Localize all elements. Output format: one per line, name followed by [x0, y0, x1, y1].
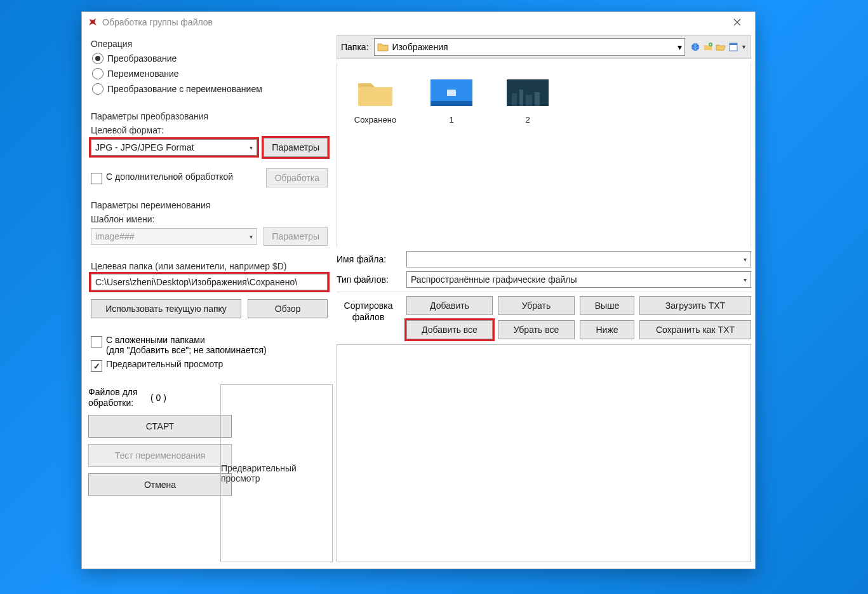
template-label: Шаблон имени:: [91, 214, 328, 224]
folder-bar: Папка: Изображения ▾ ▼: [337, 35, 751, 59]
files-count: ( 0 ): [150, 393, 166, 403]
target-format-label: Целевой формат:: [91, 125, 328, 135]
filename-label: Имя файла:: [337, 254, 400, 264]
image-thumbnail-icon: [429, 76, 474, 110]
chevron-down-icon: ▾: [250, 144, 253, 151]
svg-rect-5: [431, 101, 472, 106]
save-txt-button[interactable]: Сохранить как TXT: [639, 320, 751, 339]
options-group: С вложенными папками (для "Добавить все"…: [86, 327, 333, 382]
chevron-down-icon[interactable]: ▼: [741, 44, 747, 50]
file-item-folder[interactable]: Сохранено: [350, 76, 401, 125]
chevron-down-icon: ▾: [250, 233, 253, 240]
start-button[interactable]: СТАРТ: [88, 415, 232, 438]
format-params-button[interactable]: Параметры: [264, 138, 328, 157]
folder-select[interactable]: Изображения ▾: [374, 38, 686, 56]
radio-icon: [92, 53, 103, 64]
target-folder-input[interactable]: C:\Users\zheni\Desktop\Изображения\Сохра…: [91, 274, 328, 290]
chevron-down-icon: ▾: [744, 256, 747, 263]
svg-rect-6: [447, 90, 456, 96]
view-mode-icon[interactable]: [728, 42, 738, 52]
convert-group: Параметры преобразования Целевой формат:…: [86, 107, 333, 194]
rename-params-button: Параметры: [264, 227, 328, 246]
cancel-button[interactable]: Отмена: [88, 473, 232, 496]
open-folder-icon[interactable]: [716, 42, 726, 52]
move-down-button[interactable]: Ниже: [580, 320, 634, 339]
target-folder-group: Целевая папка (или заменители, например …: [86, 255, 333, 325]
folder-icon: [353, 76, 397, 110]
radio-icon: [92, 83, 103, 95]
window-title: Обработка группы файлов: [102, 17, 213, 27]
radio-icon: [92, 68, 103, 79]
batch-dialog: Обработка группы файлов Операция Преобра…: [81, 11, 756, 569]
processing-button: Обработка: [266, 168, 328, 187]
new-folder-icon[interactable]: [703, 42, 713, 52]
operation-label: Операция: [91, 39, 328, 49]
titlebar[interactable]: Обработка группы файлов: [82, 12, 755, 32]
svg-rect-10: [526, 95, 532, 106]
remove-all-button[interactable]: Убрать все: [498, 320, 575, 339]
web-icon[interactable]: [690, 42, 700, 52]
radio-convert[interactable]: Преобразование: [92, 53, 328, 64]
target-format-select[interactable]: JPG - JPG/JPEG Format ▾: [91, 139, 257, 156]
use-current-folder-button[interactable]: Использовать текущую папку: [91, 299, 241, 318]
rename-label: Параметры переименования: [91, 200, 328, 210]
svg-rect-8: [512, 93, 517, 106]
file-browser: Сохранено 1: [337, 63, 751, 247]
preview-pane: Предварительный просмотр: [220, 384, 333, 562]
filetype-select[interactable]: Распространённые графические файлы ▾: [406, 271, 751, 288]
radio-rename[interactable]: Переименование: [92, 68, 328, 79]
test-rename-button: Тест переименования: [88, 444, 232, 467]
sort-label: Сортировка файлов: [337, 296, 400, 339]
radio-convert-rename[interactable]: Преобразование с переименованием: [92, 83, 328, 95]
subfolders-checkbox[interactable]: [91, 336, 102, 348]
image-thumbnail-icon: [505, 76, 550, 110]
operation-group: Операция Преобразование Переименование П…: [86, 35, 333, 105]
convert-label: Параметры преобразования: [91, 111, 328, 121]
file-list[interactable]: [337, 344, 751, 562]
app-icon: [87, 17, 98, 28]
target-folder-label: Целевая папка (или заменители, например …: [91, 261, 328, 271]
chevron-down-icon: ▾: [744, 276, 747, 283]
close-button[interactable]: [724, 13, 750, 31]
preview-checkbox[interactable]: [91, 360, 102, 372]
name-template-input: image### ▾: [91, 228, 257, 245]
folder-label: Папка:: [341, 42, 369, 52]
file-item-image-2[interactable]: 2: [502, 76, 553, 125]
svg-rect-11: [535, 92, 540, 106]
load-txt-button[interactable]: Загрузить TXT: [639, 296, 751, 315]
folder-icon: [377, 42, 389, 52]
add-button[interactable]: Добавить: [406, 296, 493, 315]
chevron-down-icon: ▾: [678, 42, 682, 52]
filename-input[interactable]: ▾: [406, 251, 751, 267]
rename-group: Параметры переименования Шаблон имени: i…: [86, 196, 333, 252]
file-item-image-1[interactable]: 1: [426, 76, 477, 125]
filetype-label: Тип файлов:: [337, 274, 400, 285]
files-count-label: Файлов для обработки:: [88, 387, 145, 408]
remove-button[interactable]: Убрать: [498, 296, 575, 315]
extra-processing-checkbox[interactable]: [91, 173, 102, 184]
browse-button[interactable]: Обзор: [248, 299, 328, 318]
svg-rect-3: [730, 43, 737, 45]
svg-rect-9: [519, 90, 523, 106]
move-up-button[interactable]: Выше: [580, 296, 634, 315]
add-all-button[interactable]: Добавить все: [406, 320, 493, 339]
